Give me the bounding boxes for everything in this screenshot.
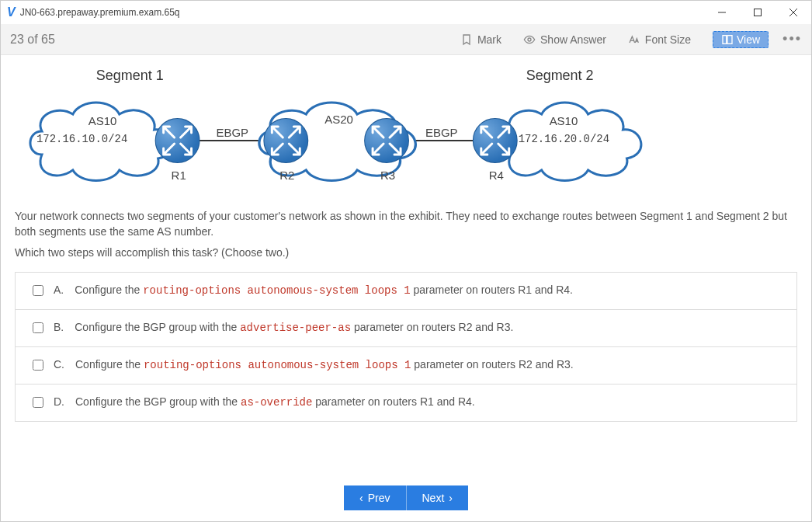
option-d-checkbox[interactable] — [33, 397, 43, 408]
close-button[interactable] — [776, 1, 811, 24]
maximize-icon — [754, 9, 762, 16]
segment1-title: Segment 1 — [96, 68, 164, 83]
show-answer-button[interactable]: Show Answer — [523, 33, 606, 46]
layout-icon — [721, 33, 734, 46]
app-logo: V — [7, 5, 16, 19]
ebgp2-label: EBGP — [425, 126, 458, 139]
option-c-body: Configure the routing-options autonomous… — [75, 358, 783, 371]
network-diagram: Segment 1 Segment 2 AS10 172.16.10.0/24 … — [15, 63, 797, 203]
option-a-pre: Configure the — [75, 284, 143, 296]
option-c-code: routing-options autonomous-system loops … — [144, 359, 411, 371]
option-c-letter: C. — [54, 358, 64, 371]
svg-point-4 — [528, 38, 531, 41]
question-paragraph-2: Which two steps will accomplish this tas… — [15, 245, 797, 261]
ebgp1-label: EBGP — [216, 126, 248, 139]
minimize-button[interactable] — [704, 1, 740, 24]
chevron-right-icon: › — [449, 492, 453, 504]
option-c-checkbox[interactable] — [33, 360, 43, 371]
mark-button[interactable]: Mark — [460, 33, 501, 46]
svg-rect-5 — [723, 35, 727, 44]
option-d-letter: D. — [54, 395, 64, 408]
option-d-pre: Configure the BGP group with the — [75, 395, 241, 408]
option-b-code: advertise-peer-as — [240, 322, 351, 334]
option-b-pre: Configure the BGP group with the — [75, 321, 240, 333]
prev-button[interactable]: ‹ Prev — [344, 485, 406, 510]
cloud2-as: AS20 — [324, 113, 353, 126]
svg-rect-1 — [755, 9, 762, 16]
option-a-letter: A. — [54, 284, 64, 296]
r2-label: R2 — [279, 169, 294, 182]
option-d[interactable]: D. Configure the BGP group with the as-o… — [16, 385, 796, 421]
more-menu-button[interactable]: ••• — [783, 31, 802, 47]
r1-label: R1 — [172, 169, 186, 182]
cloud1-subnet: 172.16.10.0/24 — [36, 133, 127, 145]
option-b[interactable]: B. Configure the BGP group with the adve… — [16, 310, 796, 347]
window-title: JN0-663.prepaway.premium.exam.65q — [20, 7, 180, 18]
minimize-icon — [718, 9, 726, 16]
prev-label: Prev — [368, 492, 390, 504]
option-b-body: Configure the BGP group with the adverti… — [75, 321, 783, 334]
chevron-left-icon: ‹ — [359, 492, 363, 504]
option-b-checkbox[interactable] — [33, 322, 43, 333]
nav-buttons: ‹ Prev Next › — [344, 485, 468, 510]
options-list: A. Configure the routing-options autonom… — [15, 272, 797, 422]
font-size-button[interactable]: Font Size — [628, 33, 691, 46]
option-b-letter: B. — [54, 321, 64, 333]
bookmark-icon — [460, 33, 473, 46]
option-c-post: parameter on routers R2 and R3. — [411, 358, 573, 371]
option-a-code: routing-options autonomous-system loops … — [143, 284, 410, 297]
eye-icon — [523, 33, 536, 46]
router-r3-icon — [365, 119, 408, 162]
font-size-label: Font Size — [645, 33, 691, 46]
footer: ‹ Prev Next › — [1, 475, 811, 521]
font-size-icon — [628, 33, 640, 46]
app-window: V JN0-663.prepaway.premium.exam.65q 23 o… — [0, 0, 812, 522]
r3-label: R3 — [380, 169, 395, 182]
titlebar: V JN0-663.prepaway.premium.exam.65q — [1, 1, 811, 24]
question-paragraph-1: Your network connects two segments of yo… — [15, 209, 797, 239]
cloud3-subnet: 172.16.20.0/24 — [519, 133, 609, 145]
router-r4-icon — [474, 119, 517, 162]
view-label: View — [737, 33, 760, 46]
cloud1-as: AS10 — [88, 114, 117, 127]
r4-label: R4 — [489, 169, 504, 182]
show-answer-label: Show Answer — [540, 33, 606, 46]
segment2-title: Segment 2 — [526, 68, 594, 83]
option-c[interactable]: C. Configure the routing-options autonom… — [16, 347, 796, 385]
router-r1-icon — [156, 119, 200, 162]
maximize-button[interactable] — [740, 1, 776, 24]
cloud3-as: AS10 — [550, 114, 578, 127]
option-a-post: parameter on routers R1 and R4. — [411, 284, 573, 296]
option-a-body: Configure the routing-options autonomous… — [75, 284, 783, 297]
toolbar: 23 of 65 Mark Show Answer Font Size View… — [1, 24, 811, 55]
next-button[interactable]: Next › — [407, 485, 468, 510]
view-button[interactable]: View — [713, 31, 769, 48]
close-icon — [789, 9, 797, 16]
option-a-checkbox[interactable] — [33, 285, 43, 296]
option-d-body: Configure the BGP group with the as-over… — [75, 395, 783, 409]
question-counter: 23 of 65 — [10, 33, 55, 47]
router-r2-icon — [264, 119, 307, 162]
option-b-post: parameter on routers R2 and R3. — [351, 321, 513, 333]
option-d-post: parameter on routers R1 and R4. — [312, 395, 474, 408]
option-d-code: as-override — [241, 396, 312, 409]
option-a[interactable]: A. Configure the routing-options autonom… — [16, 273, 796, 310]
option-c-pre: Configure the — [75, 358, 144, 371]
content-area: Segment 1 Segment 2 AS10 172.16.10.0/24 … — [1, 55, 811, 475]
mark-label: Mark — [477, 33, 501, 46]
svg-rect-6 — [727, 35, 732, 44]
next-label: Next — [422, 492, 445, 504]
